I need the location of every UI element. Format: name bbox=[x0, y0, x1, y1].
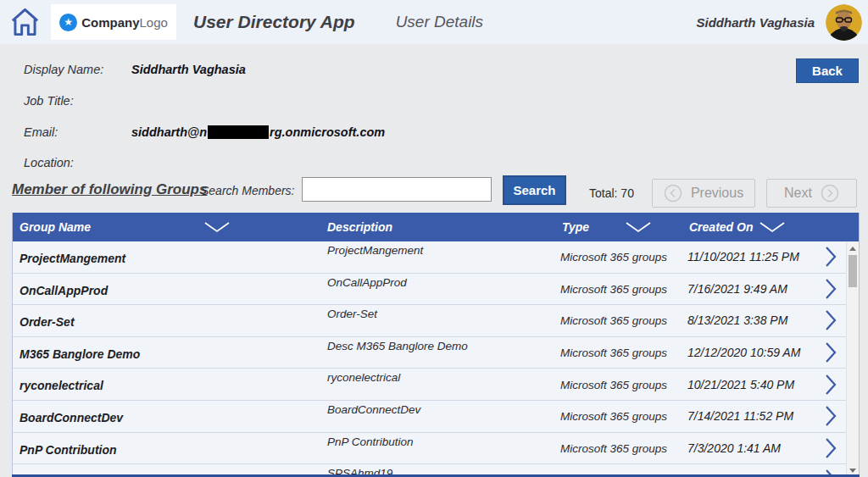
cell-group-name: M365 Banglore Demo bbox=[19, 347, 140, 361]
home-button[interactable] bbox=[8, 5, 41, 39]
cell-group-name: Order-Set bbox=[19, 315, 75, 329]
company-logo: ★ CompanyLogo bbox=[51, 4, 176, 40]
cell-description: ProjectMangement bbox=[327, 244, 423, 257]
table-row[interactable]: Order-Set Order-Set Microsoft 365 groups… bbox=[13, 305, 847, 337]
cell-type: Microsoft 365 groups bbox=[560, 378, 667, 391]
cell-group-name: ProjectMangement bbox=[19, 252, 125, 265]
table-row[interactable]: BoardConnectDev BoardConnectDev Microsof… bbox=[13, 401, 847, 433]
home-icon bbox=[9, 6, 41, 38]
field-value-display-name: Siddharth Vaghasia bbox=[131, 63, 246, 80]
search-button[interactable]: Search bbox=[503, 175, 566, 205]
field-label-location: Location: bbox=[24, 156, 74, 173]
cell-type: Microsoft 365 groups bbox=[560, 314, 667, 327]
cell-type: Microsoft 365 groups bbox=[560, 347, 667, 359]
chevron-left-circle-icon bbox=[664, 184, 682, 202]
cell-type: Microsoft 365 groups bbox=[560, 410, 667, 423]
chevron-down-icon[interactable] bbox=[760, 222, 785, 233]
scrollbar-thumb[interactable] bbox=[849, 255, 857, 287]
table-scrollbar[interactable] bbox=[846, 241, 859, 477]
cell-type: Microsoft 365 groups bbox=[560, 441, 667, 454]
table-row[interactable]: M365 Banglore Demo Desc M365 Banglore De… bbox=[13, 337, 847, 369]
cell-type: Microsoft 365 groups bbox=[560, 282, 667, 295]
logo-star-icon: ★ bbox=[59, 14, 77, 31]
chevron-right-icon[interactable] bbox=[825, 278, 837, 300]
field-value-email: siddharth@nrg.onmicrosoft.com bbox=[131, 125, 385, 142]
chevron-down-icon[interactable] bbox=[204, 222, 230, 233]
cell-group-name: BoardConnectDev bbox=[19, 411, 123, 424]
cell-created-on: 8/13/2021 3:38 PM bbox=[687, 313, 787, 327]
cell-description: BoardConnectDev bbox=[327, 403, 420, 416]
avatar bbox=[826, 4, 862, 41]
column-header-group-name: Group Name bbox=[19, 220, 91, 234]
cell-group-name: ryconelectrical bbox=[19, 379, 103, 392]
cell-group-name: OnCallAppProd bbox=[19, 284, 108, 297]
cell-created-on: 7/16/2021 9:49 AM bbox=[687, 282, 787, 296]
chevron-right-icon[interactable] bbox=[825, 437, 837, 459]
cell-description: OnCallAppProd bbox=[327, 276, 407, 289]
column-header-description: Description bbox=[327, 220, 392, 234]
search-input[interactable] bbox=[302, 177, 492, 202]
chevron-right-icon[interactable] bbox=[825, 341, 837, 363]
cell-created-on: 11/10/2021 11:25 PM bbox=[687, 250, 799, 263]
chevron-right-circle-icon bbox=[821, 184, 839, 202]
app-header: ★ CompanyLogo User Directory App User De… bbox=[0, 0, 868, 44]
cell-description: Order-Set bbox=[327, 308, 377, 320]
field-label-display-name: Display Name: bbox=[24, 63, 103, 80]
cell-type: Microsoft 365 groups bbox=[560, 251, 667, 263]
table-row[interactable]: OnCallAppProd OnCallAppProd Microsoft 36… bbox=[13, 274, 847, 306]
table-row[interactable]: ProjectMangement ProjectMangement Micros… bbox=[13, 241, 847, 274]
cell-group-name: PnP Contribution bbox=[19, 443, 117, 457]
back-button[interactable]: Back bbox=[796, 58, 859, 83]
scroll-up-icon[interactable] bbox=[847, 243, 859, 253]
cell-description: Desc M365 Banglore Demo bbox=[327, 340, 468, 352]
page-title: User Details bbox=[396, 13, 483, 31]
chevron-right-icon[interactable] bbox=[825, 374, 837, 396]
groups-heading: Member of following Groups bbox=[12, 181, 207, 198]
app-title: User Directory App bbox=[193, 12, 355, 32]
cell-created-on: 7/3/2020 1:41 AM bbox=[687, 441, 781, 455]
cell-description: ryconelectrical bbox=[327, 371, 400, 384]
previous-button[interactable]: Previous bbox=[652, 179, 755, 208]
logo-text-light: Logo bbox=[139, 15, 167, 30]
cell-created-on: 10/21/2021 5:40 PM bbox=[687, 378, 794, 391]
table-row[interactable]: ryconelectrical ryconelectrical Microsof… bbox=[13, 369, 847, 401]
groups-table: Group Name Description Type Created On P… bbox=[12, 213, 860, 477]
column-header-type: Type bbox=[562, 220, 589, 234]
user-name: Siddharth Vaghasia bbox=[697, 15, 815, 30]
field-label-job-title: Job Title: bbox=[24, 94, 74, 111]
table-row[interactable]: PnP Contribution PnP Contribution Micros… bbox=[13, 433, 847, 465]
field-label-email: Email: bbox=[24, 125, 58, 142]
chevron-right-icon[interactable] bbox=[825, 309, 837, 331]
cell-description: PnP Contribution bbox=[327, 435, 414, 448]
chevron-down-icon[interactable] bbox=[626, 222, 651, 233]
cell-created-on: 7/14/2021 11:52 PM bbox=[687, 409, 793, 423]
search-members-label: Search Members: bbox=[201, 184, 294, 197]
next-button[interactable]: Next bbox=[766, 179, 857, 208]
table-body: ProjectMangement ProjectMangement Micros… bbox=[13, 241, 859, 477]
chevron-right-icon[interactable] bbox=[825, 405, 837, 427]
column-header-created-on: Created On bbox=[689, 220, 753, 234]
cell-created-on: 12/12/2020 10:59 AM bbox=[687, 346, 800, 359]
email-redaction bbox=[208, 125, 269, 139]
app-window: ★ CompanyLogo User Directory App User De… bbox=[0, 0, 868, 477]
chevron-right-icon[interactable] bbox=[825, 246, 837, 268]
table-header: Group Name Description Type Created On bbox=[13, 213, 859, 241]
logo-text-bold: Company bbox=[81, 15, 139, 30]
total-count: Total: 70 bbox=[589, 186, 634, 200]
